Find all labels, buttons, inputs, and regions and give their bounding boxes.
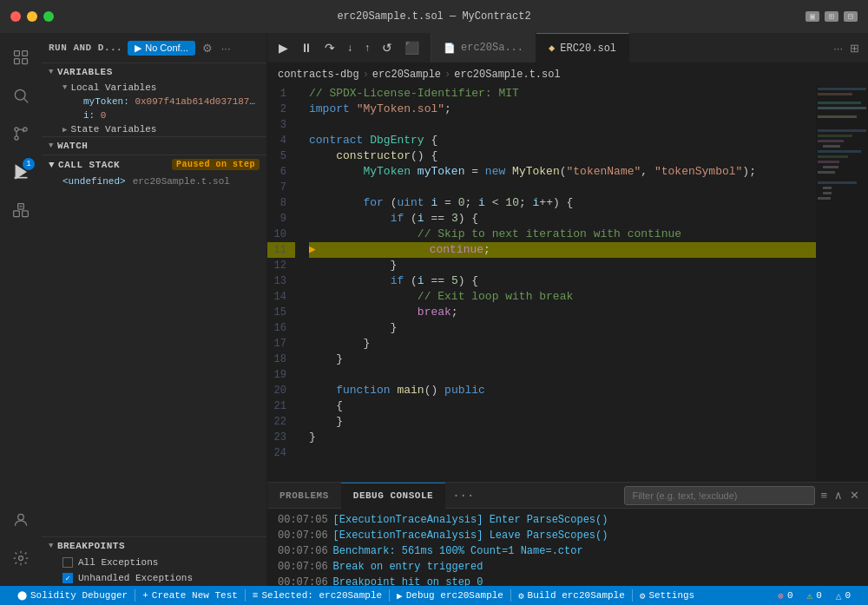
local-vars-subsection: ▼ Local Variables myToken: 0x097f41ab614… [42, 81, 266, 136]
state-vars-header[interactable]: ▶ State Variables [56, 122, 266, 136]
debug-continue-button[interactable]: ▶ [274, 38, 293, 57]
tab-bar: ▶ ⏸ ↷ ↓ ↑ ↺ ⬛ 📄 erc20Sa... ◆ ERC20.sol ·… [267, 33, 868, 63]
status-build-sample[interactable]: ⚙ Build erc20Sample [511, 586, 632, 605]
variables-section: ▼ VARIABLES ▼ Local Variables myToken: 0… [42, 63, 266, 136]
activity-search-icon[interactable] [3, 78, 38, 113]
variables-header[interactable]: ▼ VARIABLES [42, 63, 266, 81]
svg-point-15 [18, 514, 24, 520]
panel-tab-more-button[interactable]: ··· [445, 489, 481, 503]
debug-step-into-button[interactable]: ↓ [343, 39, 357, 56]
var-name-i: i: [83, 110, 101, 121]
activity-settings-icon[interactable] [3, 541, 38, 575]
callstack-header[interactable]: ▼ CALL STACK Paused on step [42, 155, 266, 174]
var-item-i[interactable]: i: 0 [56, 109, 266, 122]
maximize-button[interactable] [43, 11, 54, 22]
local-vars-header[interactable]: ▼ Local Variables [56, 81, 266, 95]
close-button[interactable] [10, 11, 21, 22]
status-info[interactable]: △ 0 [829, 586, 858, 605]
bp-unhandled-exceptions-label: Unhandled Exceptions [78, 573, 193, 583]
log-text: [ExecutionTraceAnalysis] Enter ParseScop… [333, 514, 608, 526]
window-layout-icon[interactable]: ▣ [806, 11, 819, 22]
tab-split-button[interactable]: ⊞ [848, 40, 861, 56]
status-warnings[interactable]: ⚠ 0 [800, 586, 829, 605]
token: // SPDX-License-Identifier: MIT [309, 86, 519, 102]
token: == [424, 273, 451, 289]
token: { [309, 398, 343, 414]
run-settings-button[interactable]: ⚙ [201, 40, 214, 56]
breadcrumb-contracts-dbg[interactable]: contracts-dbg [278, 69, 359, 81]
breadcrumb-erc20sample[interactable]: erc20Sample [372, 69, 441, 81]
status-errors[interactable]: ⊗ 0 [771, 586, 799, 605]
breakpoints-label: BREAKPOINTS [57, 541, 125, 551]
token: new [485, 164, 505, 180]
run-play-button[interactable]: ▶ No Conf... [128, 41, 195, 56]
callstack-file-0: erc20Sample.t.sol [133, 176, 230, 187]
activity-run-debug-icon[interactable]: 1 [3, 155, 38, 189]
svg-rect-26 [818, 150, 861, 153]
window-split-icon[interactable]: ⊞ [825, 11, 838, 22]
status-debug-sample[interactable]: ▶ Debug erc20Sample [390, 586, 510, 605]
debug-stop-button[interactable]: ⬛ [400, 38, 424, 57]
tab-debug-console[interactable]: DEBUG CONSOLE [341, 483, 445, 509]
var-item-mytoken[interactable]: myToken: 0x097f41ab614d037187e34... [56, 95, 266, 109]
token: i [478, 195, 485, 211]
run-more-button[interactable]: ··· [220, 40, 233, 56]
selected-sample-label: Selected: erc20Sample [261, 590, 382, 601]
build-sample-icon: ⚙ [518, 590, 524, 602]
code-line-5: constructor() { [309, 148, 816, 164]
window-grid-icon[interactable]: ⊟ [844, 11, 858, 22]
debug-step-over-button[interactable]: ↷ [320, 38, 339, 57]
status-solidity-debugger[interactable]: ⬤ Solidity Debugger [10, 586, 135, 605]
tab-erc20sol[interactable]: ◆ ERC20.sol [536, 33, 629, 63]
debug-restart-button[interactable]: ↺ [378, 38, 397, 57]
filter-input[interactable] [624, 486, 815, 505]
bp-unhandled-exceptions-checkbox[interactable]: ✓ [62, 573, 73, 583]
svg-point-16 [19, 556, 23, 561]
tab-erc20sample[interactable]: 📄 erc20Sa... [431, 33, 536, 63]
activity-explorer-icon[interactable] [3, 40, 38, 75]
token [309, 211, 391, 227]
panel-close-button[interactable]: ✕ [848, 487, 861, 503]
panel-collapse-button[interactable]: ∧ [832, 487, 845, 503]
minimize-button[interactable] [27, 11, 37, 22]
token: MyToken [363, 164, 411, 180]
bp-unhandled-exceptions[interactable]: ✓ Unhandled Exceptions [42, 570, 266, 586]
breadcrumb-sep-2: › [444, 69, 450, 81]
code-content: // SPDX-License-Identifier: MITimport "M… [302, 86, 816, 482]
token: i [418, 273, 424, 289]
tab-more-button[interactable]: ··· [832, 40, 845, 56]
code-line-19 [309, 367, 816, 383]
token [309, 305, 418, 320]
window-controls [10, 11, 54, 22]
status-settings[interactable]: ⚙ Settings [633, 586, 701, 605]
code-editor[interactable]: 123456789101112131415161718192021222324 … [267, 86, 816, 482]
token: public [444, 383, 485, 398]
callstack-label: CALL STACK [58, 160, 120, 170]
bp-all-exceptions[interactable]: All Exceptions [42, 555, 266, 570]
debug-step-out-button[interactable]: ↑ [360, 39, 374, 56]
callstack-item-0[interactable]: <undefined> erc20Sample.t.sol [42, 174, 266, 189]
debug-pause-button[interactable]: ⏸ [296, 38, 317, 57]
bp-all-exceptions-checkbox[interactable] [62, 557, 73, 568]
breadcrumb-file[interactable]: erc20Sample.t.sol [454, 69, 560, 81]
token: DbgEntry [370, 133, 424, 148]
activity-extensions-icon[interactable] [3, 193, 38, 227]
svg-rect-32 [823, 187, 832, 189]
code-line-17: } [309, 336, 816, 352]
tab-problems[interactable]: PROBLEMS [267, 483, 341, 509]
breakpoints-arrow-icon: ▼ [49, 542, 54, 550]
status-selected-sample[interactable]: ≡ Selected: erc20Sample [246, 586, 389, 605]
info-count: 0 [845, 590, 851, 601]
tab-bar-actions: ··· ⊞ [832, 40, 868, 56]
panel-list-view-button[interactable]: ≡ [819, 487, 829, 503]
activity-account-icon[interactable] [3, 503, 38, 537]
svg-rect-3 [23, 59, 28, 64]
status-create-new-test[interactable]: + Create New Test [135, 586, 245, 605]
token: 10 [505, 195, 519, 211]
log-text: Breakpoint hit on step 0 [333, 576, 483, 586]
breakpoints-header[interactable]: ▼ BREAKPOINTS [42, 537, 266, 555]
token: // Exit loop with break [418, 289, 573, 305]
activity-source-control-icon[interactable] [3, 116, 38, 151]
watch-header[interactable]: ▼ WATCH [42, 136, 266, 155]
token: } [309, 414, 343, 430]
